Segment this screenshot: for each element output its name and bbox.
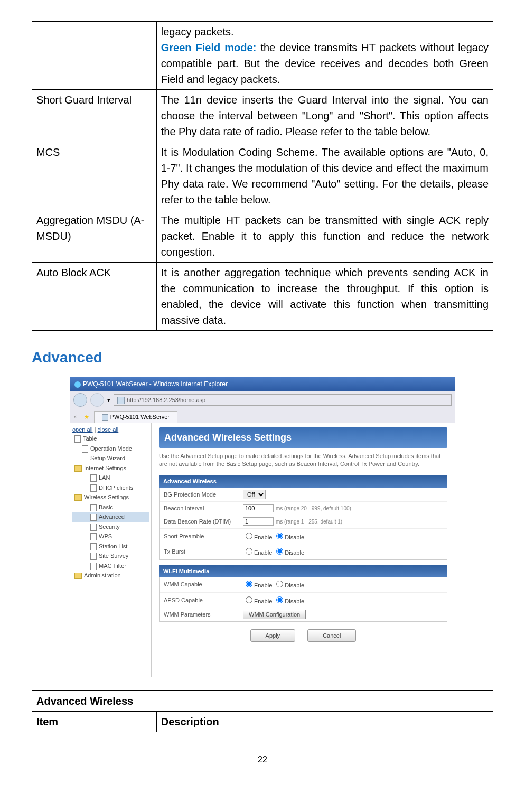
sidebar-item[interactable]: Wireless Settings (72, 492, 149, 502)
browser-screenshot: PWQ-5101 WebServer - Windows Internet Ex… (70, 377, 455, 677)
tab-page-icon (102, 414, 108, 421)
radio-input[interactable] (246, 596, 252, 603)
sidebar-item[interactable]: MAC Filter (72, 561, 149, 571)
intro-text: Use the Advanced Setup page to make deta… (159, 452, 447, 469)
row-desc: It is another aggregation technique whic… (156, 263, 493, 331)
row-desc: The multiple HT packets can be transmitt… (156, 210, 493, 263)
form-row: Data Beacon Rate (DTIM)ms (range 1 - 255… (160, 515, 447, 529)
panel-header-advanced: Advanced Wireless (159, 475, 447, 488)
form-row: APSD CapableEnable Disable (160, 593, 447, 609)
form-row: WMM CapableEnable Disable (160, 577, 447, 593)
form-label: Tx Burst (164, 547, 243, 556)
spec-table-1: legacy packets. Green Field mode: the de… (32, 21, 493, 331)
radio-label: Disable (285, 582, 304, 589)
table2-col1: Item (32, 711, 157, 732)
cancel-button[interactable]: Cancel (307, 629, 356, 642)
radio-input[interactable] (246, 581, 252, 587)
radio-input[interactable] (276, 581, 283, 587)
back-button[interactable] (73, 393, 87, 407)
form-label: Beacon Interval (164, 504, 243, 513)
green-field-label: Green Field mode: (161, 42, 257, 53)
table2-header: Advanced Wireless (32, 690, 493, 711)
radio-label: Enable (254, 582, 274, 589)
radio-input[interactable] (276, 596, 283, 603)
form-label: Short Preamble (164, 532, 243, 541)
form-row: BG Protection ModeOff (160, 488, 447, 502)
form-label: WMM Parameters (164, 610, 243, 619)
refresh-icon[interactable]: ▾ (107, 396, 110, 405)
sidebar-item[interactable]: Basic (72, 502, 149, 512)
radio-label: Disable (285, 534, 304, 540)
section-heading: Advanced (32, 347, 493, 369)
sidebar-item[interactable]: Advanced (72, 512, 149, 522)
sidebar-item[interactable]: DHCP clients (72, 483, 149, 493)
sidebar-item[interactable]: Site Survey (72, 551, 149, 561)
radio-label: Enable (254, 534, 274, 540)
radio-label: Disable (285, 598, 304, 604)
panel-advanced-wireless: BG Protection ModeOffBeacon Intervalms (… (159, 488, 447, 560)
radio-label: Disable (285, 549, 304, 556)
form-label: BG Protection Mode (164, 490, 243, 499)
page-number: 22 (32, 753, 493, 766)
radio-input[interactable] (276, 533, 283, 539)
page-banner: Advanced Wireless Settings (159, 427, 447, 448)
row-label: Auto Block ACK (32, 263, 157, 331)
tab[interactable]: PWQ-5101 WebServer (94, 411, 177, 423)
form-label: APSD Capable (164, 596, 243, 605)
panel-header-wmm: Wi-Fi Multimedia (159, 565, 447, 577)
form-row: Short PreambleEnable Disable (160, 529, 447, 545)
panel-wifi-multimedia: WMM CapableEnable Disable APSD CapableEn… (159, 577, 447, 622)
url-input[interactable]: http://192.168.2.253/home.asp (114, 394, 452, 406)
form-row: Beacon Intervalms (range 20 - 999, defau… (160, 502, 447, 516)
table2-col2: Description (156, 711, 493, 732)
radio-label: Enable (254, 549, 274, 556)
form-row: WMM ParametersWMM Configuration (160, 608, 447, 621)
sidebar-item[interactable]: Station List (72, 542, 149, 552)
main-panel: Advanced Wireless Settings Use the Advan… (152, 423, 455, 677)
hint-text: ms (range 1 - 255, default 1) (276, 519, 342, 525)
row-desc: It is Modulation Coding Scheme. The avai… (156, 142, 493, 210)
radio-input[interactable] (276, 548, 283, 555)
radio-label: Enable (254, 598, 274, 604)
sidebar-item[interactable]: Administration (72, 571, 149, 581)
sidebar-item[interactable]: LAN (72, 473, 149, 483)
ie-icon (74, 381, 81, 388)
sidebar-item[interactable]: Operation Mode (72, 444, 149, 454)
sidebar-item[interactable]: Setup Wizard (72, 453, 149, 463)
sidebar-item[interactable]: Table (72, 434, 149, 444)
radio-input[interactable] (246, 548, 252, 555)
cell-text: legacy packets. (161, 26, 234, 38)
row-label: Aggregation MSDU (A-MSDU) (32, 210, 157, 263)
window-titlebar: PWQ-5101 WebServer - Windows Internet Ex… (70, 377, 455, 391)
form-row: Tx BurstEnable Disable (160, 544, 447, 559)
radio-input[interactable] (246, 533, 252, 539)
forward-button[interactable] (90, 393, 104, 407)
row-label: MCS (32, 142, 157, 210)
form-label: Data Beacon Rate (DTIM) (164, 517, 243, 526)
text-input[interactable] (243, 517, 274, 526)
row-desc: The 11n device inserts the Guard Interva… (156, 90, 493, 142)
sidebar-item[interactable]: Internet Settings (72, 463, 149, 473)
tab-strip: × ★ PWQ-5101 WebServer (70, 409, 455, 423)
page-icon (117, 397, 125, 404)
text-input[interactable] (243, 504, 274, 512)
open-all-link[interactable]: open all (72, 426, 93, 433)
spec-table-2: Advanced Wireless Item Description (32, 690, 493, 732)
window-title: PWQ-5101 WebServer - Windows Internet Ex… (83, 380, 228, 388)
apply-button[interactable]: Apply (250, 629, 296, 642)
hint-text: ms (range 20 - 999, default 100) (276, 506, 351, 511)
sidebar-item[interactable]: WPS (72, 531, 149, 542)
row-label: Short Guard Interval (32, 90, 157, 142)
form-label: WMM Capable (164, 580, 243, 589)
sidebar-item[interactable]: Security (72, 522, 149, 532)
favorites-icon[interactable]: ★ (84, 414, 89, 420)
close-icon[interactable]: × (73, 414, 77, 420)
select-input[interactable]: Off (243, 490, 266, 499)
close-all-link[interactable]: close all (98, 426, 119, 433)
wmm-config-button[interactable]: WMM Configuration (243, 610, 306, 619)
nav-sidebar: open all | close all TableOperation Mode… (70, 423, 152, 677)
